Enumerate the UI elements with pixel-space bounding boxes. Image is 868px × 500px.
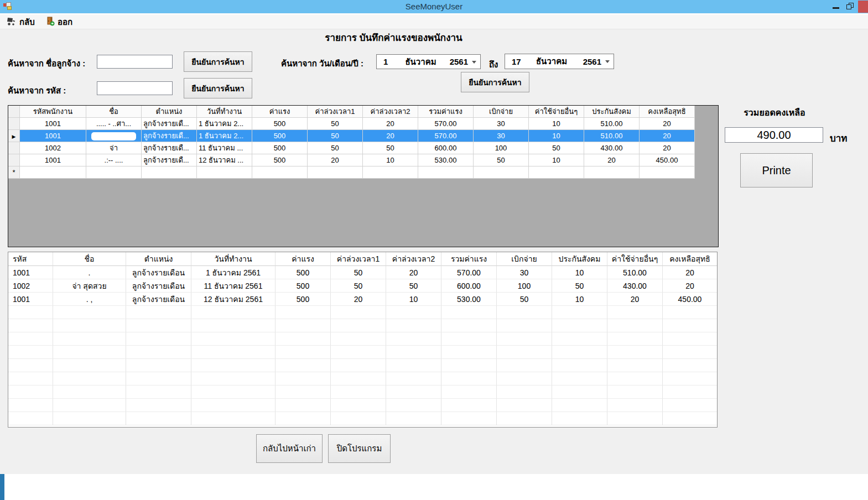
- report-column-header[interactable]: ชื่อ: [53, 252, 126, 266]
- report-column-header[interactable]: ค่าล่วงเวลา2: [386, 252, 441, 266]
- grid-cell[interactable]: .:-- ....: [86, 154, 142, 166]
- grid-column-header[interactable]: รวมค่าแรง: [418, 106, 474, 118]
- report-cell[interactable]: 430.00: [607, 279, 663, 293]
- report-cell[interactable]: 10: [552, 266, 607, 279]
- grid-cell[interactable]: 510.00: [584, 130, 640, 142]
- grid-cell[interactable]: [252, 166, 308, 179]
- report-column-header[interactable]: เบิกจ่าย: [497, 252, 552, 266]
- grid-cell[interactable]: [640, 166, 695, 179]
- grid-column-header[interactable]: ค่าล่วงเวลา2: [363, 106, 418, 118]
- title-bar[interactable]: SeeMoneyUser: [0, 0, 868, 13]
- report-cell[interactable]: 1001: [8, 266, 53, 279]
- report-column-header[interactable]: ตำแหน่ง: [126, 252, 191, 266]
- grid-cell[interactable]: 570.00: [418, 130, 474, 142]
- report-cell[interactable]: จ่า สุดสวย: [53, 279, 126, 293]
- grid-cell[interactable]: [584, 166, 640, 179]
- grid-cell[interactable]: 50: [474, 154, 529, 166]
- date-to-picker[interactable]: 17 ธันวาคม 2561: [505, 54, 614, 69]
- grid-cell[interactable]: 12 ธันวาคม ...: [197, 154, 252, 166]
- grid-cell[interactable]: 20: [640, 118, 695, 130]
- report-cell[interactable]: 12 ธันวาคม 2561: [191, 293, 276, 306]
- date-from-picker[interactable]: 1 ธันวาคม 2561: [376, 54, 481, 69]
- grid-cell[interactable]: 30: [474, 130, 529, 142]
- search-date-confirm-button[interactable]: ยืนยันการค้นหา: [461, 72, 529, 92]
- report-cell[interactable]: ลูกจ้างรายเดือน: [126, 279, 191, 293]
- grid-cell[interactable]: [363, 166, 418, 179]
- report-column-header[interactable]: วันที่ทำงาน: [191, 252, 276, 266]
- grid-cell[interactable]: 10: [529, 130, 584, 142]
- report-column-header[interactable]: ค่าใช้จ่ายอื่นๆ: [607, 252, 663, 266]
- report-cell[interactable]: 500: [276, 279, 331, 293]
- grid-column-header[interactable]: คงเหลือสุทธิ: [640, 106, 695, 118]
- report-column-header[interactable]: ประกันสังคม: [552, 252, 607, 266]
- report-cell[interactable]: ลูกจ้างรายเดือน: [126, 266, 191, 279]
- grid-cell[interactable]: 50: [308, 118, 363, 130]
- grid-cell[interactable]: [86, 130, 142, 142]
- grid-cell[interactable]: 500: [252, 142, 308, 154]
- grid-cell[interactable]: 50: [308, 130, 363, 142]
- search-code-confirm-button[interactable]: ยืนยันการค้นหา: [184, 78, 252, 98]
- report-cell[interactable]: 600.00: [441, 279, 497, 293]
- grid-column-header[interactable]: ค่าใช้จ่ายอื่นๆ: [529, 106, 584, 118]
- grid-cell[interactable]: 500: [252, 130, 308, 142]
- grid-cell[interactable]: 100: [474, 142, 529, 154]
- report-cell[interactable]: 50: [386, 279, 441, 293]
- grid-cell[interactable]: ..... - ..ศา...: [86, 118, 142, 130]
- report-listview[interactable]: รหัสชื่อตำแหน่งวันที่ทำงานค่าแรงค่าล่วงเ…: [8, 252, 718, 428]
- grid-cell[interactable]: ลูกจ้างรายเดื...: [142, 130, 197, 142]
- grid-cell[interactable]: 430.00: [584, 142, 640, 154]
- toolbar-back-button[interactable]: กลับ: [4, 16, 37, 28]
- grid-cell[interactable]: 30: [474, 118, 529, 130]
- close-program-button[interactable]: ปิดโปรแกรม: [328, 434, 391, 463]
- grid-cell[interactable]: ลูกจ้างรายเดื...: [142, 142, 197, 154]
- grid-row-header[interactable]: [8, 142, 20, 154]
- grid-cell[interactable]: 1002: [20, 142, 86, 154]
- grid-cell[interactable]: 11 ธันวาคม ...: [197, 142, 252, 154]
- grid-cell[interactable]: [474, 166, 529, 179]
- grid-column-header[interactable]: วันที่ทำงาน: [197, 106, 252, 118]
- grid-column-header[interactable]: เบิกจ่าย: [474, 106, 529, 118]
- grid-cell[interactable]: 50: [363, 142, 418, 154]
- grid-cell[interactable]: 600.00: [418, 142, 474, 154]
- grid-row-header[interactable]: [8, 154, 20, 166]
- grid-cell[interactable]: ลูกจ้างรายเดื...: [142, 118, 197, 130]
- grid-cell[interactable]: 510.00: [584, 118, 640, 130]
- total-remaining-value[interactable]: 490.00: [725, 127, 823, 143]
- report-cell[interactable]: 1001: [8, 293, 53, 306]
- report-cell[interactable]: ลูกจ้างรายเดือน: [126, 293, 191, 306]
- grid-cell[interactable]: [86, 166, 142, 179]
- grid-cell[interactable]: 500: [252, 118, 308, 130]
- report-cell[interactable]: 100: [497, 279, 552, 293]
- grid-cell[interactable]: 530.00: [418, 154, 474, 166]
- report-cell[interactable]: .: [53, 266, 126, 279]
- report-cell[interactable]: 30: [497, 266, 552, 279]
- new-row-header[interactable]: *: [8, 166, 20, 179]
- report-cell[interactable]: 50: [552, 279, 607, 293]
- grid-cell[interactable]: 20: [363, 130, 418, 142]
- grid-cell[interactable]: จ่า: [86, 142, 142, 154]
- grid-cell[interactable]: [529, 166, 584, 179]
- report-cell[interactable]: 510.00: [607, 266, 663, 279]
- report-column-header[interactable]: รหัส: [8, 252, 53, 266]
- grid-cell[interactable]: 10: [363, 154, 418, 166]
- wage-datagrid[interactable]: รหัสพนักงานชื่อตำแหน่งวันที่ทำงานค่าแรงค…: [8, 105, 719, 247]
- grid-cell[interactable]: 1001: [20, 130, 86, 142]
- grid-column-header[interactable]: ค่าล่วงเวลา1: [308, 106, 363, 118]
- grid-column-header[interactable]: ค่าแรง: [252, 106, 308, 118]
- grid-cell[interactable]: 20: [584, 154, 640, 166]
- search-name-confirm-button[interactable]: ยืนยันการค้นหา: [184, 51, 252, 72]
- grid-cell[interactable]: 10: [529, 118, 584, 130]
- grid-cell[interactable]: 20: [363, 118, 418, 130]
- report-column-header[interactable]: ค่าแรง: [276, 252, 331, 266]
- report-cell[interactable]: 50: [331, 266, 386, 279]
- report-cell[interactable]: 20: [607, 293, 663, 306]
- report-cell[interactable]: . ,: [53, 293, 126, 306]
- report-cell[interactable]: 20: [331, 293, 386, 306]
- report-cell[interactable]: 50: [331, 279, 386, 293]
- grid-column-header[interactable]: รหัสพนักงาน: [20, 106, 86, 118]
- report-column-header[interactable]: คงเหลือสุทธิ: [663, 252, 718, 266]
- grid-cell[interactable]: [20, 166, 86, 179]
- grid-row-header[interactable]: [8, 118, 20, 130]
- grid-cell[interactable]: [197, 166, 252, 179]
- grid-cell[interactable]: 1001: [20, 118, 86, 130]
